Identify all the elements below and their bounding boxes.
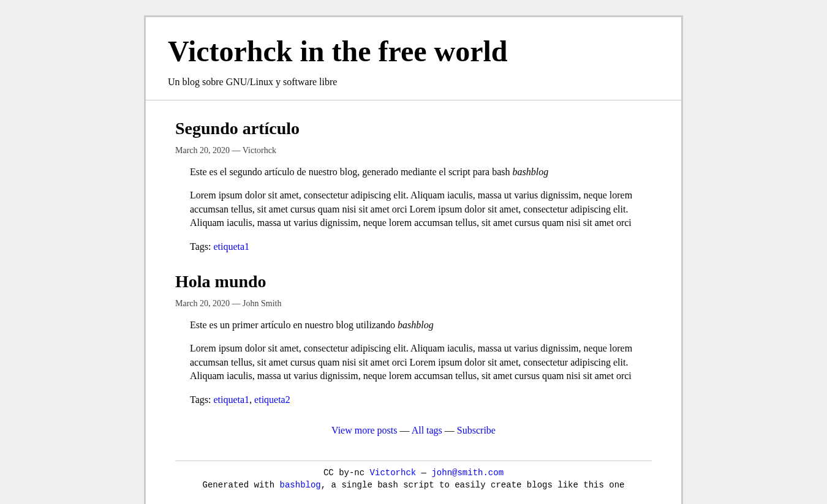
- post-intro-text: Este es un primer artículo en nuestro bl…: [190, 320, 398, 330]
- tags-label: Tags:: [190, 241, 213, 252]
- tag-separator: ,: [249, 394, 254, 405]
- footer-bashblog-link[interactable]: bashblog: [280, 480, 321, 490]
- view-more-link[interactable]: View more posts: [331, 425, 397, 435]
- post-paragraph: Lorem ipsum dolor sit amet, consectetur …: [190, 189, 652, 230]
- footer-line-2: Generated with bashblog, a single bash s…: [175, 480, 652, 492]
- site-subtitle: Un blog sobre GNU/Linux y software libre: [168, 77, 659, 88]
- nav-separator: —: [442, 425, 457, 435]
- post: Segundo artículo March 20, 2020 — Victor…: [175, 119, 652, 254]
- all-tags-link[interactable]: All tags: [412, 425, 442, 435]
- post-intro-em: bashblog: [398, 320, 434, 330]
- subscribe-link[interactable]: Subscribe: [457, 425, 496, 435]
- post-intro-text: Este es el segundo artículo de nuestro b…: [190, 167, 513, 177]
- post-tags: Tags: etiqueta1, etiqueta2: [190, 393, 652, 407]
- tags-label: Tags:: [190, 394, 213, 405]
- post-body: Este es el segundo artículo de nuestro b…: [190, 165, 652, 254]
- footer-gen-suffix: , a single bash script to easily create …: [321, 480, 625, 490]
- post-intro-em: bashblog: [513, 167, 549, 177]
- post-title-link[interactable]: Segundo artículo: [175, 119, 300, 138]
- tag-link[interactable]: etiqueta2: [254, 394, 290, 405]
- post-meta: March 20, 2020 — John Smith: [175, 299, 652, 309]
- page-wrapper: Victorhck in the free world Un blog sobr…: [144, 15, 683, 504]
- post-title[interactable]: Hola mundo: [175, 272, 652, 291]
- tag-link[interactable]: etiqueta1: [213, 241, 249, 252]
- footer-line-1: CC by-nc Victorhck — john@smith.com: [175, 467, 652, 480]
- post-body: Este es un primer artículo en nuestro bl…: [190, 318, 652, 407]
- nav-separator: —: [398, 425, 412, 435]
- post: Hola mundo March 20, 2020 — John Smith E…: [175, 272, 652, 407]
- main-content: Segundo artículo March 20, 2020 — Victor…: [146, 100, 681, 504]
- footer-author-link[interactable]: Victorhck: [370, 468, 417, 478]
- post-meta: March 20, 2020 — Victorhck: [175, 146, 652, 156]
- footer-email-link[interactable]: john@smith.com: [431, 468, 504, 478]
- tag-link[interactable]: etiqueta1: [213, 394, 249, 405]
- post-title-link[interactable]: Hola mundo: [175, 272, 266, 291]
- nav-links: View more posts — All tags — Subscribe: [175, 425, 652, 436]
- post-intro: Este es un primer artículo en nuestro bl…: [190, 318, 652, 332]
- footer-separator: —: [416, 468, 431, 478]
- post-intro: Este es el segundo artículo de nuestro b…: [190, 165, 652, 179]
- site-title: Victorhck in the free world: [168, 34, 659, 68]
- post-title[interactable]: Segundo artículo: [175, 119, 652, 138]
- post-paragraph: Lorem ipsum dolor sit amet, consectetur …: [190, 342, 652, 383]
- footer-divider: [175, 461, 652, 461]
- site-header: Victorhck in the free world Un blog sobr…: [146, 17, 681, 100]
- footer-gen-prefix: Generated with: [203, 480, 280, 490]
- post-tags: Tags: etiqueta1: [190, 240, 652, 254]
- footer-cc: CC by-nc: [323, 468, 370, 478]
- site-footer: CC by-nc Victorhck — john@smith.com Gene…: [175, 467, 652, 504]
